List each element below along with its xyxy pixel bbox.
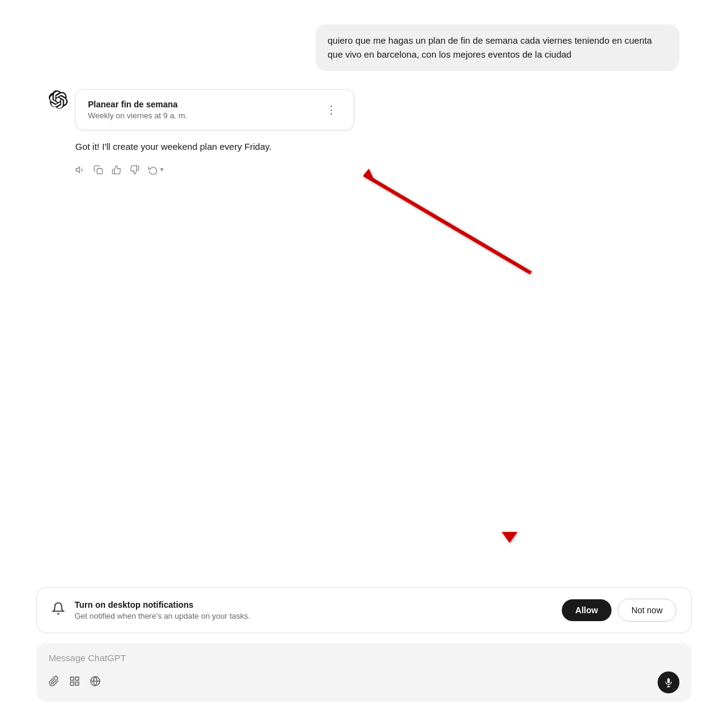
- task-card-menu-button[interactable]: ⋮: [321, 101, 342, 119]
- assistant-content: Planear fin de semana Weekly on viernes …: [75, 89, 354, 175]
- regenerate-icon[interactable]: ▾: [148, 165, 164, 175]
- task-card-subtitle: Weekly on viernes at 9 a. m.: [88, 111, 187, 120]
- task-card-info: Planear fin de semana Weekly on viernes …: [88, 99, 187, 120]
- svg-rect-9: [76, 677, 79, 680]
- svg-rect-14: [667, 678, 670, 683]
- input-toolbar: [49, 671, 679, 693]
- tasks-icon[interactable]: [69, 676, 80, 690]
- task-card: Planear fin de semana Weekly on viernes …: [75, 89, 354, 130]
- assistant-text: Got it! I'll create your weekend plan ev…: [75, 140, 354, 154]
- user-message-text: quiero que me hagas un plan de fin de se…: [328, 35, 652, 59]
- svg-marker-0: [76, 167, 79, 172]
- input-placeholder[interactable]: Message ChatGPT: [49, 653, 679, 663]
- assistant-message-wrapper: Planear fin de semana Weekly on viernes …: [49, 89, 679, 175]
- notification-text: Turn on desktop notifications Get notifi…: [75, 600, 552, 621]
- svg-rect-1: [97, 169, 103, 174]
- thumbs-down-icon[interactable]: [130, 165, 140, 175]
- input-area: Message ChatGPT: [36, 643, 692, 702]
- notification-title: Turn on desktop notifications: [75, 600, 552, 610]
- task-card-title: Planear fin de semana: [88, 99, 187, 109]
- globe-icon[interactable]: [90, 676, 101, 690]
- speaker-icon[interactable]: [75, 165, 85, 175]
- svg-rect-8: [70, 677, 73, 680]
- notification-bar: Turn on desktop notifications Get notifi…: [36, 587, 692, 633]
- attach-icon[interactable]: [49, 676, 59, 690]
- svg-rect-10: [76, 682, 79, 685]
- user-message-bubble: quiero que me hagas un plan de fin de se…: [315, 24, 679, 71]
- assistant-avatar: [49, 90, 68, 110]
- thumbs-up-icon[interactable]: [112, 165, 121, 175]
- action-icons-row: ▾: [75, 165, 354, 175]
- not-now-button[interactable]: Not now: [618, 599, 676, 622]
- copy-icon[interactable]: [93, 165, 103, 175]
- voice-button[interactable]: [658, 671, 679, 693]
- svg-rect-11: [70, 682, 73, 685]
- allow-button[interactable]: Allow: [562, 599, 611, 621]
- notification-actions: Allow Not now: [562, 599, 676, 622]
- bell-icon: [52, 602, 65, 619]
- input-tools-left: [49, 676, 101, 690]
- notification-subtitle: Get notified when there's an update on y…: [75, 611, 552, 621]
- user-message-wrapper: quiero que me hagas un plan de fin de se…: [49, 24, 679, 71]
